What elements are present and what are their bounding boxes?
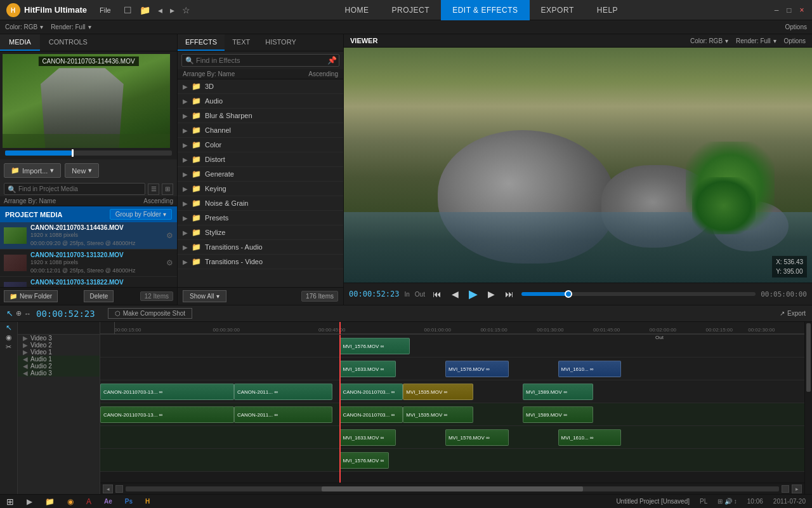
go-to-end-btn[interactable]: ⏭ xyxy=(502,288,516,300)
toolbar-btn-forward[interactable]: ▸ xyxy=(167,4,177,17)
track-expand-icon[interactable]: ▶ xyxy=(23,335,28,342)
video-clip[interactable]: CANON-20110703-13... ∞ xyxy=(100,384,234,400)
effect-category-presets[interactable]: ▶ 📁 Presets xyxy=(178,211,343,225)
make-composite-btn[interactable]: ⬡ Make Composite Shot xyxy=(108,308,192,319)
video-clip[interactable]: MVI_1589.MOV ∞ xyxy=(523,384,593,400)
slip-edit-tool[interactable]: ◉ xyxy=(6,333,12,342)
timeline-horizontal-scrollbar[interactable] xyxy=(126,486,779,491)
render-mode[interactable]: Render: Full ▾ xyxy=(51,23,91,30)
grid-view-btn[interactable]: ⊞ xyxy=(162,184,173,195)
show-all-btn[interactable]: Show All ▾ xyxy=(183,290,226,302)
viewer-render-control[interactable]: Render: Full ▾ xyxy=(736,37,776,44)
browser-btn[interactable]: ◉ xyxy=(67,497,74,506)
select-tool-btn[interactable]: ↖ xyxy=(6,309,13,318)
list-view-btn[interactable]: ☰ xyxy=(148,184,159,195)
video-clip[interactable]: MVI_1535.MOV ∞ xyxy=(403,384,473,400)
group-folder-dropdown-icon[interactable]: ▾ xyxy=(163,211,166,218)
gear-icon[interactable]: ⚙ xyxy=(166,258,173,267)
video-clip[interactable]: MVI_1576.MOV ∞ xyxy=(339,338,410,354)
effect-category-transitions-video[interactable]: ▶ 📁 Transitions - Video xyxy=(178,255,343,269)
tab-text[interactable]: TEXT xyxy=(225,34,258,51)
effect-category-generate[interactable]: ▶ 📁 Generate xyxy=(178,167,343,182)
video-clip[interactable]: CANON-20110703... ∞ xyxy=(339,384,403,400)
tab-controls[interactable]: CONTROLS xyxy=(40,34,96,51)
razor-tool[interactable]: ✂ xyxy=(6,343,11,351)
zoom-in-btn[interactable] xyxy=(782,485,789,493)
toolbar-btn-new[interactable]: ☐ xyxy=(121,4,134,17)
video-clip[interactable]: MVI_1610... ∞ xyxy=(558,361,622,377)
effect-category-audio[interactable]: ▶ 📁 Audio xyxy=(178,94,343,109)
play-btn[interactable]: ▶ xyxy=(466,286,480,302)
audio-clip[interactable]: MVI_1535.MOV ∞ xyxy=(403,406,473,423)
color-dropdown-icon[interactable]: ▾ xyxy=(40,23,43,30)
preview-scrubber[interactable] xyxy=(3,148,174,157)
viewer-progress-bar[interactable] xyxy=(521,292,756,296)
effects-search-input[interactable] xyxy=(181,54,339,67)
viewer-render-dropdown[interactable]: ▾ xyxy=(773,37,776,44)
media-item[interactable]: CANON-20110703-131320.MOV 1920 x 1088 pi… xyxy=(0,250,177,277)
effect-category-blur[interactable]: ▶ 📁 Blur & Sharpen xyxy=(178,109,343,123)
import-dropdown-icon[interactable]: ▾ xyxy=(50,166,54,175)
hitfilm-taskbar-btn[interactable]: H xyxy=(145,498,150,505)
effect-category-keying[interactable]: ▶ 📁 Keying xyxy=(178,182,343,196)
play-back-btn[interactable]: ◀ xyxy=(449,288,461,300)
scrubber-bar[interactable] xyxy=(5,150,172,156)
track-expand-icon[interactable]: ◀ xyxy=(23,363,28,370)
tab-media[interactable]: MEDIA xyxy=(0,34,40,51)
audio-clip[interactable]: CANON-2011... ∞ xyxy=(234,406,332,423)
export-link[interactable]: ↗ Export xyxy=(780,310,806,317)
audio-clip[interactable]: CANON-20110703-13... ∞ xyxy=(100,406,234,423)
audio-clip[interactable]: MVI_1576.MOV ∞ xyxy=(339,452,389,469)
media-search-input[interactable] xyxy=(4,183,145,195)
audio-clip[interactable]: MVI_1610... ∞ xyxy=(558,429,622,446)
nav-home[interactable]: HOME xyxy=(334,0,381,20)
tab-history[interactable]: HISTORY xyxy=(258,34,304,51)
media-item[interactable]: CANON-20110703-131822.MOV 1920 x 1088 pi… xyxy=(0,277,177,287)
new-dropdown-icon[interactable]: ▾ xyxy=(88,166,92,175)
track-expand-icon[interactable]: ▶ xyxy=(23,349,28,356)
show-all-dropdown-icon[interactable]: ▾ xyxy=(216,293,219,300)
minimize-btn[interactable]: – xyxy=(770,4,783,17)
effect-category-noise[interactable]: ▶ 📁 Noise & Grain xyxy=(178,196,343,211)
toolbar-btn-back[interactable]: ◂ xyxy=(155,4,165,17)
viewer-color-control[interactable]: Color: RGB ▾ xyxy=(690,37,728,44)
import-button[interactable]: 📁 Import... ▾ xyxy=(4,163,61,178)
pdf-btn[interactable]: A xyxy=(86,497,91,506)
play-forward-btn[interactable]: ▶ xyxy=(485,288,497,300)
zoom-out-btn[interactable] xyxy=(115,485,123,493)
render-dropdown-icon[interactable]: ▾ xyxy=(88,23,91,30)
pointer-tool[interactable]: ↖ xyxy=(6,323,12,332)
timeline-ruler[interactable]: 00:00:15:00 00:00:30:00 00:00:45:00 00:0… xyxy=(100,322,804,335)
effect-category-distort[interactable]: ▶ 📁 Distort xyxy=(178,152,343,167)
track-expand-icon[interactable]: ◀ xyxy=(23,370,28,377)
toolbar-btn-star[interactable]: ☆ xyxy=(180,4,193,17)
maximize-btn[interactable]: □ xyxy=(783,4,796,17)
audio-clip[interactable]: CANON-20110703... ∞ xyxy=(339,406,403,423)
effect-category-color[interactable]: ▶ 📁 Color xyxy=(178,138,343,152)
color-mode[interactable]: Color: RGB ▾ xyxy=(5,23,43,30)
video-clip[interactable]: CANON-2011... ∞ xyxy=(234,384,332,400)
delete-btn[interactable]: Delete xyxy=(84,290,114,302)
video-clip[interactable]: MVI_1633.MOV ∞ xyxy=(339,361,396,377)
scroll-left-btn[interactable]: ◂ xyxy=(103,485,113,493)
slip-tool-btn[interactable]: ↔ xyxy=(24,310,31,318)
media-item[interactable]: CANON-20110703-114436.MOV 1920 x 1088 pi… xyxy=(0,222,177,250)
video-clip[interactable]: MVI_1576.MOV ∞ xyxy=(445,361,509,377)
tracks-vertical-scrollbar[interactable] xyxy=(804,322,812,494)
nav-help[interactable]: HELP xyxy=(586,0,629,20)
effect-category-3d[interactable]: ▶ 📁 3D xyxy=(178,79,343,94)
tab-effects[interactable]: EFFECTS xyxy=(178,34,225,51)
viewer-tab-label[interactable]: VIEWER xyxy=(350,37,377,44)
effect-category-stylize[interactable]: ▶ 📁 Stylize xyxy=(178,225,343,240)
audio-clip[interactable]: MVI_1589.MOV ∞ xyxy=(523,406,593,423)
effects-sort-order[interactable]: Ascending xyxy=(308,70,338,77)
options-btn[interactable]: Options xyxy=(785,23,807,30)
new-folder-btn[interactable]: 📁 New Folder xyxy=(4,290,58,302)
ae-btn[interactable]: Ae xyxy=(104,498,112,505)
nav-export[interactable]: EXPORT xyxy=(530,0,586,20)
effect-category-transitions-audio[interactable]: ▶ 📁 Transitions - Audio xyxy=(178,240,343,255)
viewer-options-btn[interactable]: Options xyxy=(784,37,806,44)
ps-btn[interactable]: Ps xyxy=(125,498,133,505)
sort-order[interactable]: Ascending xyxy=(143,197,173,204)
track-expand-icon[interactable]: ◀ xyxy=(23,356,28,363)
